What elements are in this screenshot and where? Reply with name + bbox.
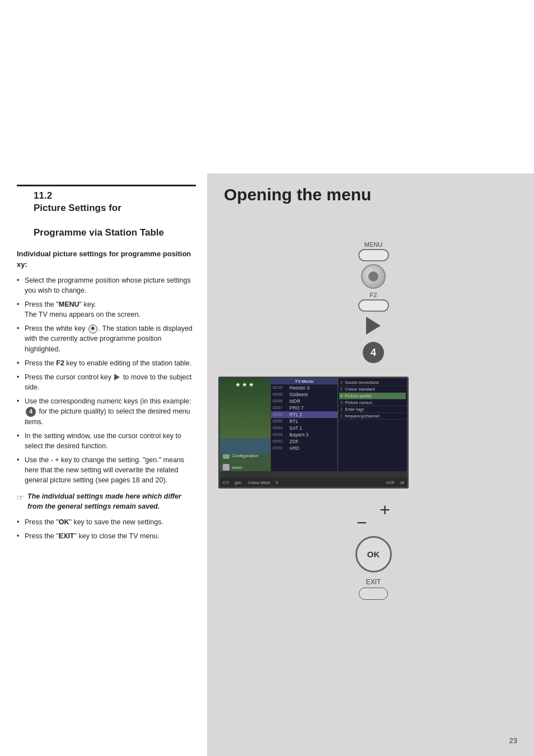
station-num-6: 0005 (273, 419, 288, 424)
bullet-9-text: Press the "OK" key to save the new setti… (25, 518, 163, 526)
station-num-2: 0009 (273, 392, 288, 397)
num4-segment: 4 (363, 340, 384, 365)
status-colour2: Colour offset (248, 481, 270, 485)
tv-menu-label: TV-Menu (271, 378, 338, 384)
arrow-segment (366, 314, 381, 337)
page: 11.2 Picture Settings for Programme via … (0, 0, 534, 756)
bullet-list: Select the programme position whose pict… (17, 275, 196, 486)
f2-segment: F2 (358, 292, 389, 312)
menu-label: MENU (364, 241, 382, 248)
tv-select-label: select (232, 466, 242, 469)
num4-button[interactable]: 4 (363, 342, 384, 363)
bullet-1: Select the programme position whose pict… (17, 275, 196, 295)
setting-4: 4 Picture quality (339, 393, 406, 400)
bullet-3-text: Press the white key ✱. The station table… (25, 325, 193, 353)
section-title-label: Picture Settings for (17, 202, 196, 214)
arrow-right-button[interactable] (366, 317, 381, 335)
station-name-6: RTL (289, 419, 298, 424)
bullet-4: Press the F2 key to enable editing of th… (17, 358, 196, 368)
tv-bottom-bar: CTI gen. Colour offset 0 VCR off (220, 478, 407, 487)
station-0007: 0007PRO 7 (271, 405, 338, 411)
bullet-6: Use the corresponding numeric keys (in t… (17, 396, 196, 427)
bullet-3: Press the white key ✱. The station table… (17, 323, 196, 354)
status-vcr: VCR (386, 481, 395, 485)
station-0001: 0001ARD (271, 445, 338, 452)
bullet-2-text: Press the "MENU" key.The TV menu appears… (25, 300, 140, 318)
left-column: 11.2 Picture Settings for Programme via … (0, 173, 207, 611)
note-item: ☞ The individual settings made here whic… (17, 491, 196, 511)
joystick-inner (368, 271, 378, 281)
arrow-right-icon (114, 374, 120, 381)
right-column: Opening the menu MENU F2 (207, 173, 534, 611)
page-number: 23 (509, 736, 517, 745)
tv-station-list: TV-Menu 0010Hessen 3 0009Südwest 0008MDR… (270, 378, 338, 487)
bullet-6-text: Use the corresponding numeric keys (in t… (25, 397, 191, 426)
status-zero: 0 (275, 481, 278, 485)
station-name-10: ARD (289, 445, 299, 451)
station-name-9: ZDF (289, 439, 299, 444)
station-0004: 0004SAT 1 (271, 425, 338, 431)
status-gen3: gen. (235, 481, 242, 485)
exit-button[interactable] (359, 588, 388, 600)
station-num-10: 0001 (273, 445, 288, 451)
station-name-3: MDR (289, 398, 300, 404)
station-0003: 0003Bayern 3 (271, 431, 338, 438)
bullet-8: Use the - + key to change the setting. "… (17, 455, 196, 485)
bullet-8-text: Use the - + key to change the setting. "… (25, 456, 184, 484)
bullet-10: Press the "EXIT" key to close the TV men… (17, 531, 196, 541)
plus-minus-area: + − (351, 500, 396, 533)
tv-screen-inner: ★★★ Picture-Volume AV devices (220, 378, 407, 487)
setting-6: 6 Sound corrections (339, 379, 406, 386)
note-text: The individual settings made here which … (27, 491, 196, 511)
station-num-7: 0004 (273, 425, 288, 431)
tv-screen-container: ★★★ Picture-Volume AV devices (218, 377, 523, 489)
bullet-list-after-note: Press the "OK" key to save the new setti… (17, 517, 196, 541)
bullet-5: Press the cursor control key to move to … (17, 372, 196, 392)
f2-label: F2 (370, 292, 377, 298)
bullet-9: Press the "OK" key to save the new setti… (17, 517, 196, 527)
section-number: 11.2 (17, 190, 196, 202)
station-num-1: 0010 (273, 385, 288, 391)
joystick-control[interactable] (361, 264, 386, 289)
menu-segment: MENU (358, 241, 389, 261)
section-title: 11.2 Picture Settings for Programme via … (17, 185, 196, 239)
f2-button[interactable] (358, 299, 389, 312)
station-num-4: 0007 (273, 405, 288, 411)
setting-2: 2 Enter logo (339, 406, 406, 413)
tv-stars: ★★★ (235, 381, 255, 388)
num-4-circle: 4 (26, 407, 36, 417)
setting-3: 3 Picture correct. (339, 400, 406, 406)
station-0002: 0002ZDF (271, 438, 338, 445)
station-num-8: 0003 (273, 432, 288, 438)
exit-area: EXIT (359, 578, 388, 600)
bullet-1-text: Select the programme position whose pict… (25, 276, 191, 294)
setting-5: 5 Colour standard (339, 386, 406, 393)
plus-symbol: + (380, 500, 390, 520)
status-off: off (400, 481, 404, 485)
bullet-7-text: In the setting window, use the cursor co… (25, 432, 181, 450)
menu-button[interactable] (358, 249, 389, 261)
note-icon: ☞ (17, 492, 24, 503)
bullet-10-text: Press the "EXIT" key to close the TV men… (25, 532, 160, 540)
minus-symbol: − (357, 513, 367, 533)
station-name-1: Hessen 3 (289, 385, 310, 391)
station-0008: 0008MDR (271, 398, 338, 405)
station-0006: 0006RTL 2 (271, 411, 338, 418)
setting-1: 1 frequency/channel (339, 413, 406, 420)
main-content: 11.2 Picture Settings for Programme via … (0, 173, 534, 611)
joystick-segment (361, 264, 386, 289)
ok-button[interactable]: OK (355, 536, 392, 572)
tv-menu-select: select (220, 463, 270, 472)
right-title: Opening the menu (224, 185, 523, 205)
subheading: Individual picture settings for programm… (17, 249, 196, 269)
section-subtitle: Programme via Station Table (17, 227, 196, 239)
station-num-3: 0008 (273, 398, 288, 404)
select-icon (223, 464, 229, 471)
bullet-7: In the setting window, use the cursor co… (17, 431, 196, 451)
station-name-8: Bayern 3 (289, 432, 308, 438)
station-name-4: PRO 7 (289, 405, 304, 411)
tv-settings-area: 6 Sound corrections 5 Colour standard 4 … (338, 378, 407, 487)
station-name-2: Südwest (289, 392, 308, 397)
plus-minus-container: + − OK EXIT (224, 500, 523, 600)
station-0010: 0010Hessen 3 (271, 384, 338, 391)
